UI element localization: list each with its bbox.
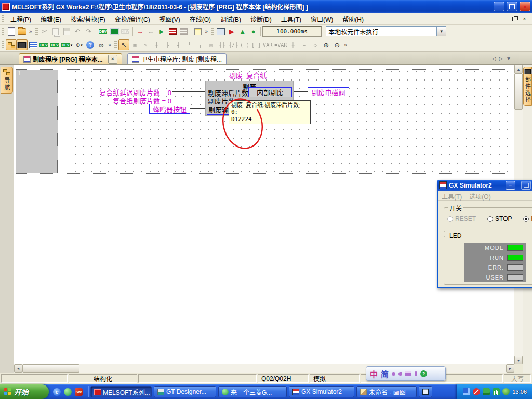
rung-number-block[interactable]: 1: [16, 70, 58, 173]
open-contact-button[interactable]: ┤├: [217, 39, 228, 50]
antivirus-tray-icon[interactable]: [493, 388, 500, 395]
mdi-close-button[interactable]: ×: [520, 15, 529, 23]
tab-next-button[interactable]: ▷: [499, 56, 503, 61]
toolbar-grip[interactable]: [2, 28, 4, 36]
operand-buzzer-button[interactable]: 蜂鸣器按钮: [149, 104, 190, 114]
help-button[interactable]: ?: [85, 39, 96, 50]
ime-punctuation-icon[interactable]: [392, 372, 395, 376]
closed-contact-button[interactable]: ┤/├: [228, 39, 239, 50]
circuit-trace-button[interactable]: [215, 26, 226, 37]
device-display-button[interactable]: DEV▼: [60, 39, 74, 50]
menu-diagnostics[interactable]: 诊断(D): [246, 13, 276, 25]
device-execution-combo[interactable]: 本地软元件未执行 ▼: [326, 26, 446, 36]
read-from-plc-button[interactable]: →: [135, 26, 145, 37]
cut-button[interactable]: ✂: [39, 26, 50, 37]
simulator-minimize-button[interactable]: −: [506, 181, 515, 190]
minimize-button[interactable]: −: [494, 2, 504, 11]
solidworks-quicklaunch-icon[interactable]: SW: [75, 388, 83, 396]
scroll-down-button[interactable]: ▼: [514, 356, 523, 364]
menu-view[interactable]: 视图(V): [155, 13, 185, 25]
toolbar-overflow-chevron[interactable]: »: [28, 29, 34, 34]
mdi-minimize-button[interactable]: −: [500, 15, 509, 23]
menu-edit[interactable]: 编辑(E): [36, 13, 66, 25]
toolbar-overflow-chevron[interactable]: »: [107, 42, 113, 48]
menu-window[interactable]: 窗口(W): [306, 13, 338, 25]
tab-list-button[interactable]: ▼: [506, 56, 511, 61]
combo-dropdown-button[interactable]: ▼: [436, 27, 446, 36]
simulator-menu-options[interactable]: 选项(O): [469, 192, 490, 199]
monitor-start-button[interactable]: ▶: [156, 26, 167, 37]
coil-button[interactable]: ( ): [239, 39, 250, 50]
toolbar-overflow-chevron[interactable]: »: [342, 42, 349, 48]
taskbar-button-gx-simulator[interactable]: GX Simulator2: [289, 386, 354, 397]
ime-tools-icon[interactable]: [415, 371, 417, 376]
close-button[interactable]: ×: [520, 2, 530, 11]
copy-button[interactable]: [50, 26, 61, 37]
device-comment-button[interactable]: DEV: [98, 26, 109, 37]
open-project-button[interactable]: [17, 26, 28, 37]
toolbar-grip[interactable]: [211, 28, 214, 36]
mute-tray-icon[interactable]: [473, 388, 480, 395]
device-monitor-button[interactable]: [109, 26, 120, 37]
menu-compile[interactable]: 变换/编译(C): [110, 13, 155, 25]
redo-button[interactable]: ↷: [83, 26, 94, 37]
new-project-button[interactable]: [6, 26, 17, 37]
tab-prev-button[interactable]: ◁: [492, 56, 496, 61]
start-button[interactable]: 开始: [0, 384, 49, 399]
ladder-branch-button[interactable]: ┼: [151, 39, 162, 50]
menu-tools[interactable]: 工具(T): [276, 13, 306, 25]
output-variable-button[interactable]: =VAR: [273, 39, 288, 50]
language-bar-button[interactable]: [419, 386, 432, 397]
fb-output-internal-reject[interactable]: 内部剔废: [248, 87, 292, 97]
output-window-button[interactable]: [28, 39, 38, 50]
menu-grip[interactable]: [2, 15, 4, 23]
update-tray-icon[interactable]: [483, 388, 490, 395]
undo-button[interactable]: ↶: [72, 26, 83, 37]
select-mode-button[interactable]: ↖: [118, 39, 129, 50]
shield-tray-icon[interactable]: [502, 388, 510, 395]
ime-language-bar[interactable]: 中 简 ?: [366, 366, 446, 381]
monitor-stop-button[interactable]: [167, 26, 178, 37]
menu-project[interactable]: 工程(P): [6, 13, 36, 25]
restore-button[interactable]: [507, 2, 517, 11]
menu-debug[interactable]: 调试(B): [216, 13, 246, 25]
zoom-in-button[interactable]: ⊕: [321, 39, 331, 50]
value-monitor-button[interactable]: ⊕▼: [74, 39, 85, 50]
inline-st-button[interactable]: ▤: [206, 39, 217, 50]
function-block-selection-toggle[interactable]: [17, 39, 28, 50]
toolbar-grip[interactable]: [2, 41, 4, 49]
device-find-button[interactable]: DEV: [38, 39, 49, 50]
interlink-mode-button[interactable]: ▦: [129, 39, 140, 50]
scroll-up-button[interactable]: ▲: [514, 65, 523, 73]
cross-reference-button[interactable]: ∞: [96, 39, 107, 50]
menu-help[interactable]: 帮助(H): [338, 13, 368, 25]
tab-close-button[interactable]: ×: [108, 55, 117, 64]
ime-fullwidth-icon[interactable]: [398, 372, 402, 376]
write-to-plc-button[interactable]: ←: [145, 26, 156, 37]
simulation-start-button[interactable]: ▶: [226, 26, 237, 37]
ime-simplified-button[interactable]: 简: [381, 368, 389, 379]
horizontal-scroll-thumb[interactable]: [22, 364, 79, 373]
toolbar-grip[interactable]: [114, 41, 117, 49]
toolbar-grip[interactable]: [35, 28, 38, 36]
zoom-out-button[interactable]: ⊖: [331, 39, 342, 50]
taskbar-button-melsoft[interactable]: MELSOFT系列...: [90, 386, 152, 397]
gx-simulator2-window[interactable]: GX Simulator2 − 工具(T) 选项(O) 开关 RESET STO…: [437, 180, 532, 288]
device-test-button[interactable]: DEV: [120, 26, 131, 37]
monitor-pause-button[interactable]: [178, 26, 189, 37]
scroll-right-button[interactable]: ►: [506, 364, 514, 373]
radio-stop[interactable]: STOP: [487, 215, 512, 222]
guided-edit-button[interactable]: ✎: [140, 39, 151, 50]
mdi-restore-button[interactable]: [510, 15, 519, 23]
vertical-scroll-thumb[interactable]: [514, 73, 523, 110]
menu-online[interactable]: 在线(O): [185, 13, 216, 25]
paste-button[interactable]: [61, 26, 72, 37]
radio-run[interactable]: RUN: [523, 215, 532, 222]
rung-delete-button[interactable]: ┥: [173, 39, 184, 50]
scroll-left-button[interactable]: ◄: [14, 364, 22, 373]
toolbar-overflow-chevron[interactable]: »: [204, 29, 210, 34]
jump-button[interactable]: →: [299, 39, 310, 50]
ime-help-button[interactable]: ?: [420, 370, 427, 377]
taskbar-button-browser[interactable]: 来一个三菱G...: [218, 386, 287, 397]
device-batch-button[interactable]: DEV: [49, 39, 60, 50]
